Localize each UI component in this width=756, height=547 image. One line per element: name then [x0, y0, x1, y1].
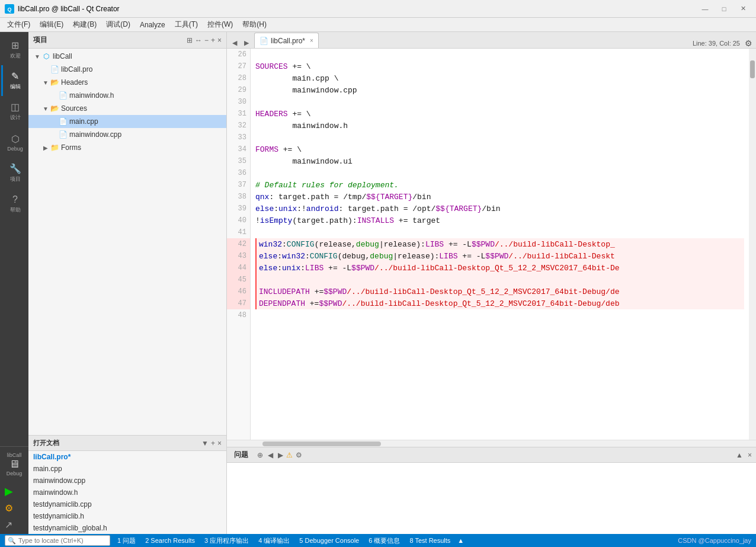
libcall-debug: Debug [7, 471, 23, 476]
status-debugger[interactable]: 5 Debugger Console [297, 537, 361, 544]
forms-arrow: ▶ [41, 145, 50, 151]
libcall-panel[interactable]: libCall 🖥 Debug [0, 446, 28, 482]
code-line-35: mainwindow.ui [255, 155, 744, 167]
collapse-icon[interactable]: − [204, 36, 209, 44]
linenum-31: 31 [227, 108, 250, 120]
status-problems[interactable]: 1 问题 [115, 536, 138, 545]
tree-folder-sources[interactable]: ▼ 📂 Sources [28, 102, 226, 115]
editor-content[interactable]: 26 27 28 29 30 31 32 33 34 35 36 37 38 3… [227, 49, 756, 440]
tab-left-btn[interactable]: ◀ [229, 37, 240, 48]
doc-item-mainwindowcpp[interactable]: mainwindow.cpp [28, 475, 226, 487]
tree-folder-forms[interactable]: ▶ 📁 Forms [28, 141, 226, 154]
add-icon[interactable]: + [211, 36, 215, 44]
edit-icon: ✎ [11, 71, 19, 82]
linenum-47: 47 [227, 298, 250, 309]
sidebar-help[interactable]: ? 帮助 [1, 188, 27, 219]
menu-build[interactable]: 构建(B) [68, 18, 101, 31]
prev-btn[interactable]: ◀ [266, 451, 275, 459]
maximize-button[interactable]: □ [716, 3, 732, 15]
minimize-button[interactable]: — [697, 3, 713, 15]
bottom-content [227, 463, 756, 534]
sidebar-project[interactable]: 🔧 项目 [1, 158, 27, 188]
menu-edit[interactable]: 编辑(E) [35, 18, 68, 31]
status-appoutput[interactable]: 3 应用程序输出 [202, 536, 251, 545]
linenum-38: 38 [227, 191, 250, 203]
status-overview[interactable]: 6 概要信息 [366, 536, 402, 545]
doc-item-libcallpro[interactable]: libCall.pro* [28, 451, 226, 463]
filter-icon[interactable]: ⊞ [187, 36, 193, 44]
code-area[interactable]: SOURCES += \ main.cpp \ mainwindow.cpp [251, 49, 749, 440]
titlebar-controls: — □ ✕ [697, 3, 751, 15]
sync-icon[interactable]: ↔ [195, 36, 202, 44]
build-run-button[interactable]: ⚙ [5, 501, 24, 515]
open-docs-title: 打开文档 [33, 439, 59, 447]
close-tree-icon[interactable]: × [217, 36, 222, 44]
linenum-32: 32 [227, 120, 250, 132]
doc-item-testdynamiclib-global[interactable]: testdynamiclib_global.h [28, 522, 226, 534]
locate-search-box[interactable]: 🔍 [5, 535, 110, 546]
menu-debug[interactable]: 调试(D) [101, 18, 135, 31]
settings-bottom-icon[interactable]: ⚙ [294, 451, 304, 459]
design-label: 设计 [10, 114, 21, 121]
status-expand[interactable]: ▲ [457, 537, 464, 544]
status-testresults[interactable]: 8 Test Results [407, 537, 453, 544]
menu-tools[interactable]: 工具(T) [170, 18, 203, 31]
titlebar-left: Q libCall.pro @ libCall - Qt Creator [5, 4, 120, 14]
tab-libcallpro[interactable]: 📄 libCall.pro* × [254, 33, 319, 48]
tree-item-libcallpro[interactable]: 📄 libCall.pro [28, 63, 226, 76]
bottom-tab-actions: ⊕ ◀ ▶ ⚠ ⚙ [255, 451, 304, 459]
next-btn[interactable]: ▶ [276, 451, 285, 459]
open-docs-expand[interactable]: ▼ [201, 439, 209, 447]
search-input[interactable] [18, 537, 107, 544]
sidebar-debug[interactable]: ⬡ Debug [1, 127, 27, 158]
horizontal-scrollbar[interactable] [227, 440, 756, 447]
doc-item-testdynamiclib-h[interactable]: testdynamiclib.h [28, 510, 226, 522]
help-label: 帮助 [10, 206, 21, 214]
open-docs-header[interactable]: 打开文档 ▼ + × [28, 436, 226, 451]
linenum-35: 35 [227, 155, 250, 167]
sidebar-icons: ⊞ 欢迎 ✎ 编辑 ◫ 设计 ⬡ Debug 🔧 项目 ? 帮助 libCall… [0, 32, 28, 534]
titlebar: Q libCall.pro @ libCall - Qt Creator — □… [0, 0, 756, 18]
tree-item-mainwindow-h[interactable]: 📄 mainwindow.h [28, 89, 226, 102]
tab-close-btn[interactable]: × [310, 37, 313, 44]
menu-file[interactable]: 文件(F) [2, 18, 35, 31]
close-button[interactable]: ✕ [735, 3, 751, 15]
expand-panel-btn[interactable]: ▲ [734, 451, 745, 459]
linenum-36: 36 [227, 167, 250, 179]
svg-text:Q: Q [7, 7, 11, 12]
doc-item-maincpp[interactable]: main.cpp [28, 463, 226, 475]
scrollbar-thumb [750, 60, 755, 78]
run-button[interactable]: ▶ [5, 484, 24, 498]
arrow-icon: ▼ [33, 53, 41, 60]
status-compileoutput[interactable]: 4 编译输出 [256, 536, 292, 545]
menu-analyze[interactable]: Analyze [135, 20, 170, 30]
tree-root-libcall[interactable]: ▼ ⬡ libCall [28, 50, 226, 63]
tree-item-main-cpp[interactable]: 📄 main.cpp [28, 115, 226, 128]
open-docs-add[interactable]: + [211, 439, 215, 447]
locate-button[interactable]: ↗ [5, 517, 24, 532]
doc-item-testdynamiclib[interactable]: testdynamiclib.cpp [28, 498, 226, 510]
editor-scrollbar[interactable] [749, 49, 756, 440]
open-docs-close[interactable]: × [217, 439, 222, 447]
menu-controls[interactable]: 控件(W) [203, 18, 238, 31]
doc-item-mainwindowh[interactable]: mainwindow.h [28, 487, 226, 498]
statusbar-right: CSDN @Cappuccino_jay [678, 537, 751, 544]
code-line-32: mainwindow.h [255, 120, 744, 132]
code-line-37: # Default rules for deployment. [255, 179, 744, 191]
sidebar-design[interactable]: ◫ 设计 [1, 96, 27, 127]
close-panel-btn[interactable]: × [746, 451, 754, 459]
editor-settings-icon[interactable]: ⚙ [745, 39, 752, 48]
filter-btn[interactable]: ⊕ [255, 451, 265, 459]
tree-folder-headers[interactable]: ▼ 📂 Headers [28, 76, 226, 89]
build-icon: ⚙ [5, 503, 13, 514]
linenum-27: 27 [227, 60, 250, 72]
tree-item-mainwindow-cpp[interactable]: 📄 mainwindow.cpp [28, 128, 226, 141]
sidebar-welcome[interactable]: ⊞ 欢迎 [1, 34, 27, 65]
sidebar-edit[interactable]: ✎ 编辑 [1, 65, 27, 96]
tab-right-btn[interactable]: ▶ [241, 37, 252, 48]
main-area: ⊞ 欢迎 ✎ 编辑 ◫ 设计 ⬡ Debug 🔧 项目 ? 帮助 libCall… [0, 32, 756, 534]
status-search[interactable]: 2 Search Results [143, 537, 197, 544]
warning-icon: ⚠ [286, 451, 293, 459]
menu-help[interactable]: 帮助(H) [238, 18, 271, 31]
bottom-tabs: 问题 ⊕ ◀ ▶ ⚠ ⚙ ▲ × [227, 447, 756, 463]
